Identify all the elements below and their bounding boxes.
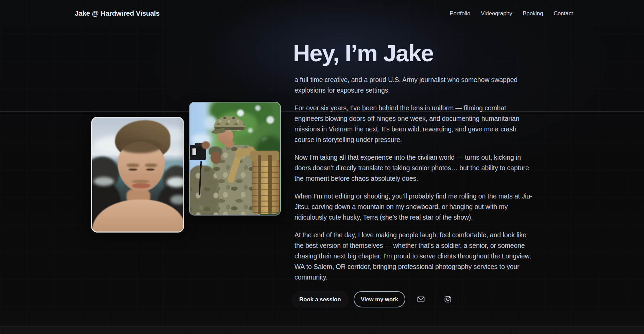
cta-row: Book a session View my work — [292, 291, 452, 307]
photo-art-layer — [119, 139, 161, 153]
main-nav: Portfolio Videography Booking Contact — [450, 10, 573, 17]
photo-art-layer — [126, 163, 139, 168]
photo-army-journalist — [189, 102, 281, 216]
nav-item-contact[interactable]: Contact — [554, 10, 573, 17]
photo-art-layer — [146, 169, 155, 171]
photo-art-layer — [170, 195, 184, 204]
about-paragraph: At the end of the day, I love making peo… — [294, 230, 535, 283]
photo-art-layer — [258, 155, 261, 214]
about-paragraph: For over six years, I’ve been behind the… — [294, 103, 535, 145]
book-session-button[interactable]: Book a session — [292, 291, 348, 307]
about-paragraph: Now I’m taking all that experience into … — [294, 152, 535, 184]
instagram-link[interactable] — [444, 295, 452, 303]
photo-art-layer — [252, 155, 279, 214]
nav-item-portfolio[interactable]: Portfolio — [450, 10, 471, 17]
brand-logo[interactable]: Jake @ Hardwired Visuals — [75, 9, 160, 17]
nav-item-videography[interactable]: Videography — [481, 10, 512, 17]
photo-art-layer — [210, 152, 221, 164]
about-copy: a full-time creative, and a proud U.S. A… — [294, 75, 535, 290]
photo-selfie-beach — [91, 117, 184, 233]
photo-art-layer — [268, 155, 271, 214]
photo-art-layer — [192, 148, 196, 155]
photo-art-layer — [132, 183, 150, 188]
photo-art-layer — [202, 141, 210, 149]
view-work-button[interactable]: View my work — [354, 291, 405, 307]
photo-art-layer — [189, 147, 191, 156]
photo-art-layer — [129, 169, 138, 171]
mail-icon — [417, 296, 425, 303]
page: Jake @ Hardwired Visuals Portfolio Video… — [0, 0, 644, 334]
next-section-edge — [0, 326, 644, 334]
nav-item-booking[interactable]: Booking — [523, 10, 543, 17]
photo-art-layer — [189, 165, 219, 216]
photo-art-layer — [250, 151, 279, 161]
about-paragraph: When I’m not editing or shooting, you’ll… — [294, 191, 535, 223]
hero-heading: Hey, I’m Jake — [293, 42, 434, 65]
photo-art-layer — [167, 177, 184, 187]
instagram-icon — [444, 296, 451, 303]
email-link[interactable] — [417, 295, 425, 303]
about-paragraph: a full-time creative, and a proud U.S. A… — [294, 75, 535, 96]
photo-art-layer — [132, 180, 149, 183]
